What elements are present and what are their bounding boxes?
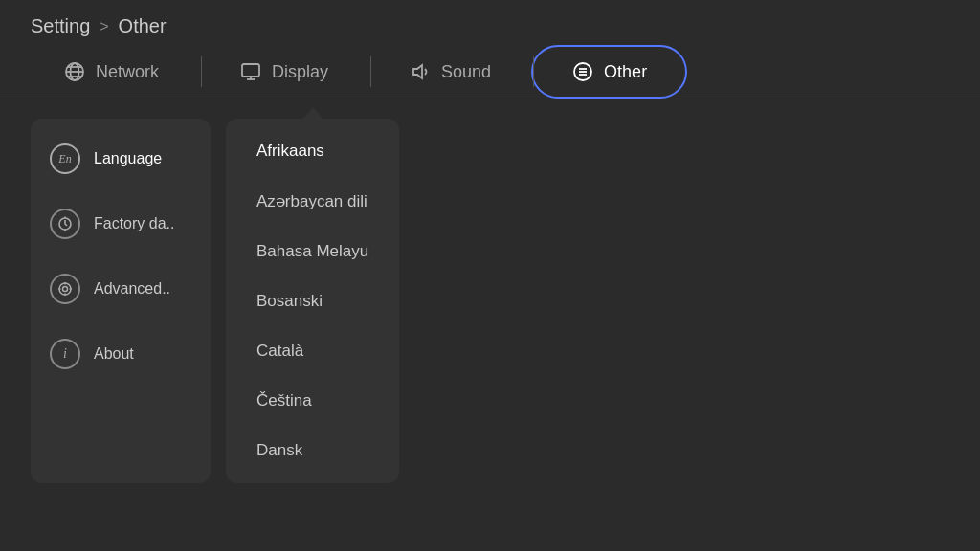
language-item-bosnian[interactable]: Bosanski <box>226 276 399 326</box>
sidebar-item-language[interactable]: En Language <box>31 126 211 191</box>
sidebar-factory-label: Factory da.. <box>94 215 174 232</box>
sidebar-item-about[interactable]: i About <box>31 321 211 386</box>
sidebar-item-advanced[interactable]: Advanced.. <box>31 256 211 321</box>
header: Setting > Other <box>0 0 980 45</box>
svg-point-17 <box>59 283 71 295</box>
breadcrumb-arrow: > <box>100 18 108 35</box>
tab-sound[interactable]: Sound <box>368 45 531 99</box>
advanced-icon <box>50 274 80 304</box>
tab-network[interactable]: Network <box>23 45 199 99</box>
tab-other-label: Other <box>604 62 647 82</box>
volume-icon <box>409 60 432 83</box>
svg-marker-8 <box>413 65 422 78</box>
language-item-azerbaijani[interactable]: Azərbaycan dili <box>226 176 399 227</box>
language-item-czech[interactable]: Čeština <box>226 376 399 426</box>
language-label-afrikaans: Afrikaans <box>256 142 324 161</box>
tab-display-label: Display <box>272 62 328 82</box>
breadcrumb-setting: Setting <box>31 15 90 37</box>
language-panel-wrapper: › Afrikaans Azərbaycan dili Bahasa Melay… <box>226 119 399 483</box>
globe-icon <box>63 60 86 83</box>
menu-icon <box>571 60 594 83</box>
language-icon: En <box>50 143 80 174</box>
tab-sound-label: Sound <box>441 62 491 82</box>
about-icon: i <box>50 339 80 369</box>
language-label-danish: Dansk <box>256 441 302 460</box>
svg-point-16 <box>63 287 68 292</box>
sidebar-language-label: Language <box>94 150 162 167</box>
language-label-malay: Bahasa Melayu <box>256 242 368 261</box>
tab-bar: Network Display Sound <box>0 45 980 99</box>
language-label-azerbaijani: Azərbaycan dili <box>256 191 368 211</box>
tab-display[interactable]: Display <box>199 45 368 99</box>
language-label-czech: Čeština <box>256 391 312 410</box>
tab-network-label: Network <box>96 62 159 82</box>
tab-other[interactable]: Other <box>531 45 687 99</box>
language-panel: › Afrikaans Azərbaycan dili Bahasa Melay… <box>226 119 399 483</box>
language-label-catalan: Català <box>256 342 303 361</box>
factory-icon <box>50 209 80 239</box>
breadcrumb: Setting > Other <box>31 15 167 37</box>
panel-arrow <box>303 107 323 119</box>
breadcrumb-current: Other <box>119 15 167 37</box>
sidebar-item-factory[interactable]: Factory da.. <box>31 191 211 256</box>
language-item-danish[interactable]: Dansk <box>226 426 399 475</box>
language-item-afrikaans[interactable]: › Afrikaans <box>226 126 399 176</box>
svg-rect-5 <box>242 64 259 77</box>
monitor-icon <box>239 60 262 83</box>
sidebar-advanced-label: Advanced.. <box>94 280 170 298</box>
main-content: En Language Factory da.. <box>0 119 980 483</box>
sidebar-about-label: About <box>94 345 134 363</box>
sidebar-panel: En Language Factory da.. <box>31 119 211 483</box>
language-item-catalan[interactable]: Català <box>226 326 399 376</box>
language-item-malay[interactable]: Bahasa Melayu <box>226 227 399 276</box>
language-label-bosnian: Bosanski <box>256 292 323 311</box>
